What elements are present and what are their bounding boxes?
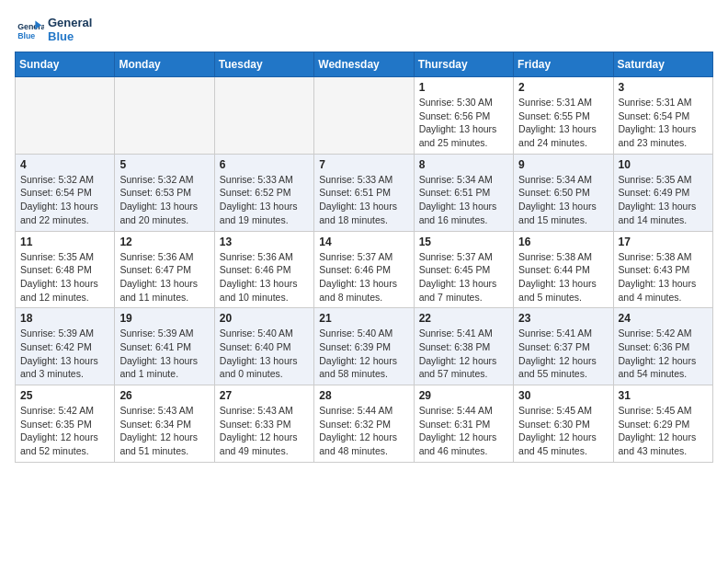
day-detail: Sunrise: 5:41 AM Sunset: 6:38 PM Dayligh… [419,327,508,381]
calendar-day-cell: 2Sunrise: 5:31 AM Sunset: 6:55 PM Daylig… [514,77,613,155]
calendar-header-row: SundayMondayTuesdayWednesdayThursdayFrid… [16,52,713,77]
calendar-day-cell: 18Sunrise: 5:39 AM Sunset: 6:42 PM Dayli… [16,308,115,385]
day-number: 26 [119,389,209,402]
day-of-week-header: Tuesday [214,52,313,77]
day-detail: Sunrise: 5:40 AM Sunset: 6:39 PM Dayligh… [319,327,408,381]
day-number: 16 [518,236,608,248]
day-detail: Sunrise: 5:38 AM Sunset: 6:44 PM Dayligh… [518,250,608,304]
calendar-week-row: 1Sunrise: 5:30 AM Sunset: 6:56 PM Daylig… [16,77,713,155]
day-number: 31 [619,389,708,402]
day-number: 25 [20,389,109,402]
day-of-week-header: Sunday [16,52,115,77]
logo-text-line1: General [48,16,92,29]
day-of-week-header: Friday [514,52,613,77]
calendar-day-cell: 20Sunrise: 5:40 AM Sunset: 6:40 PM Dayli… [214,308,313,385]
calendar-day-cell: 22Sunrise: 5:41 AM Sunset: 6:38 PM Dayli… [414,308,513,385]
calendar-day-cell: 9Sunrise: 5:34 AM Sunset: 6:50 PM Daylig… [514,154,613,231]
day-number: 28 [319,389,408,402]
calendar-day-cell: 26Sunrise: 5:43 AM Sunset: 6:34 PM Dayli… [115,385,214,463]
calendar-day-cell: 5Sunrise: 5:32 AM Sunset: 6:53 PM Daylig… [115,154,214,231]
day-number: 11 [20,236,109,248]
day-number: 7 [319,158,408,171]
calendar-day-cell: 3Sunrise: 5:31 AM Sunset: 6:54 PM Daylig… [613,77,712,155]
calendar-day-cell: 27Sunrise: 5:43 AM Sunset: 6:33 PM Dayli… [214,385,313,463]
day-detail: Sunrise: 5:31 AM Sunset: 6:55 PM Dayligh… [518,96,608,150]
calendar-day-cell [314,77,414,155]
page-header: General Blue General Blue [15,15,713,44]
day-number: 2 [518,81,608,94]
day-number: 10 [619,158,708,171]
day-number: 30 [518,389,608,402]
calendar-day-cell: 6Sunrise: 5:33 AM Sunset: 6:52 PM Daylig… [214,154,313,231]
day-detail: Sunrise: 5:45 AM Sunset: 6:30 PM Dayligh… [518,404,608,458]
day-number: 13 [220,236,309,248]
day-detail: Sunrise: 5:38 AM Sunset: 6:43 PM Dayligh… [619,250,708,304]
day-detail: Sunrise: 5:41 AM Sunset: 6:37 PM Dayligh… [518,327,608,381]
calendar-day-cell: 30Sunrise: 5:45 AM Sunset: 6:30 PM Dayli… [514,385,613,463]
day-detail: Sunrise: 5:44 AM Sunset: 6:32 PM Dayligh… [319,404,408,458]
day-number: 23 [518,312,608,325]
day-detail: Sunrise: 5:31 AM Sunset: 6:54 PM Dayligh… [619,96,708,150]
day-detail: Sunrise: 5:34 AM Sunset: 6:51 PM Dayligh… [419,173,508,227]
logo: General Blue General Blue [15,15,92,44]
day-detail: Sunrise: 5:37 AM Sunset: 6:46 PM Dayligh… [319,250,408,304]
day-detail: Sunrise: 5:33 AM Sunset: 6:51 PM Dayligh… [319,173,408,227]
calendar-day-cell: 19Sunrise: 5:39 AM Sunset: 6:41 PM Dayli… [115,308,214,385]
day-detail: Sunrise: 5:42 AM Sunset: 6:36 PM Dayligh… [619,327,708,381]
calendar-day-cell: 17Sunrise: 5:38 AM Sunset: 6:43 PM Dayli… [613,231,712,308]
calendar-day-cell: 29Sunrise: 5:44 AM Sunset: 6:31 PM Dayli… [414,385,513,463]
day-detail: Sunrise: 5:36 AM Sunset: 6:46 PM Dayligh… [220,250,309,304]
day-number: 24 [619,312,708,325]
day-number: 3 [619,81,708,94]
calendar-day-cell: 16Sunrise: 5:38 AM Sunset: 6:44 PM Dayli… [514,231,613,308]
calendar-table: SundayMondayTuesdayWednesdayThursdayFrid… [15,52,713,463]
calendar-week-row: 4Sunrise: 5:32 AM Sunset: 6:54 PM Daylig… [16,154,713,231]
day-detail: Sunrise: 5:32 AM Sunset: 6:53 PM Dayligh… [119,173,209,227]
calendar-week-row: 11Sunrise: 5:35 AM Sunset: 6:48 PM Dayli… [16,231,713,308]
day-of-week-header: Wednesday [314,52,414,77]
calendar-day-cell: 24Sunrise: 5:42 AM Sunset: 6:36 PM Dayli… [613,308,712,385]
day-number: 15 [419,236,508,248]
day-detail: Sunrise: 5:39 AM Sunset: 6:42 PM Dayligh… [20,327,109,381]
calendar-week-row: 25Sunrise: 5:42 AM Sunset: 6:35 PM Dayli… [16,385,713,463]
day-number: 21 [319,312,408,325]
day-detail: Sunrise: 5:39 AM Sunset: 6:41 PM Dayligh… [119,327,209,381]
day-number: 9 [518,158,608,171]
day-number: 20 [220,312,309,325]
calendar-day-cell: 10Sunrise: 5:35 AM Sunset: 6:49 PM Dayli… [613,154,712,231]
day-detail: Sunrise: 5:34 AM Sunset: 6:50 PM Dayligh… [518,173,608,227]
day-detail: Sunrise: 5:43 AM Sunset: 6:34 PM Dayligh… [119,404,209,458]
calendar-day-cell: 13Sunrise: 5:36 AM Sunset: 6:46 PM Dayli… [214,231,313,308]
day-detail: Sunrise: 5:44 AM Sunset: 6:31 PM Dayligh… [419,404,508,458]
calendar-day-cell: 1Sunrise: 5:30 AM Sunset: 6:56 PM Daylig… [414,77,513,155]
calendar-week-row: 18Sunrise: 5:39 AM Sunset: 6:42 PM Dayli… [16,308,713,385]
calendar-day-cell [214,77,313,155]
day-detail: Sunrise: 5:40 AM Sunset: 6:40 PM Dayligh… [220,327,309,381]
day-number: 8 [419,158,508,171]
day-detail: Sunrise: 5:36 AM Sunset: 6:47 PM Dayligh… [119,250,209,304]
calendar-day-cell: 28Sunrise: 5:44 AM Sunset: 6:32 PM Dayli… [314,385,414,463]
day-detail: Sunrise: 5:33 AM Sunset: 6:52 PM Dayligh… [220,173,309,227]
logo-icon: General Blue [15,15,44,44]
day-detail: Sunrise: 5:35 AM Sunset: 6:48 PM Dayligh… [20,250,109,304]
day-detail: Sunrise: 5:35 AM Sunset: 6:49 PM Dayligh… [619,173,708,227]
day-of-week-header: Thursday [414,52,513,77]
day-of-week-header: Monday [115,52,214,77]
calendar-day-cell: 4Sunrise: 5:32 AM Sunset: 6:54 PM Daylig… [16,154,115,231]
day-number: 6 [220,158,309,171]
calendar-day-cell: 21Sunrise: 5:40 AM Sunset: 6:39 PM Dayli… [314,308,414,385]
calendar-day-cell [115,77,214,155]
calendar-day-cell: 12Sunrise: 5:36 AM Sunset: 6:47 PM Dayli… [115,231,214,308]
calendar-day-cell: 23Sunrise: 5:41 AM Sunset: 6:37 PM Dayli… [514,308,613,385]
calendar-day-cell: 11Sunrise: 5:35 AM Sunset: 6:48 PM Dayli… [16,231,115,308]
day-number: 18 [20,312,109,325]
calendar-day-cell: 15Sunrise: 5:37 AM Sunset: 6:45 PM Dayli… [414,231,513,308]
day-number: 14 [319,236,408,248]
day-number: 22 [419,312,508,325]
day-number: 17 [619,236,708,248]
day-number: 27 [220,389,309,402]
svg-text:General: General [17,22,44,31]
day-number: 1 [419,81,508,94]
day-number: 4 [20,158,109,171]
day-detail: Sunrise: 5:30 AM Sunset: 6:56 PM Dayligh… [419,96,508,150]
